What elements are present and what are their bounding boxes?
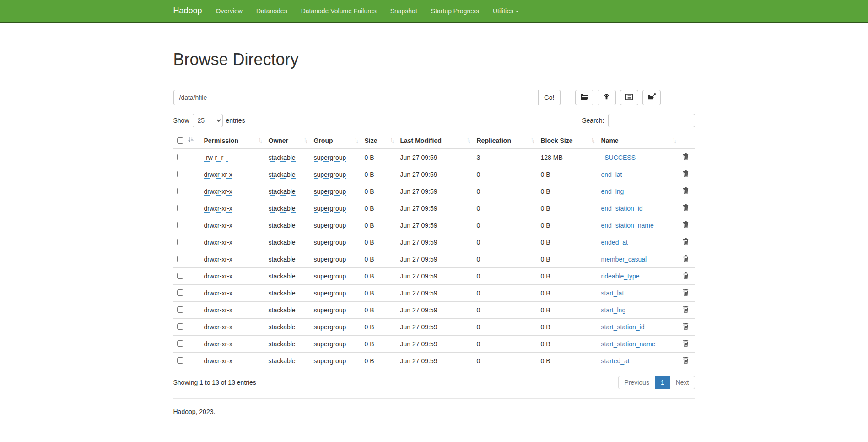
select-all-checkbox[interactable] — [177, 137, 183, 144]
page-size-select[interactable]: 25 — [193, 114, 223, 127]
pagination-page-1[interactable]: 1 — [655, 376, 670, 389]
permission-value[interactable]: drwxr-xr-x — [204, 306, 232, 314]
nav-item-utilities[interactable]: Utilities — [486, 0, 526, 22]
group-value[interactable]: supergroup — [314, 306, 346, 314]
list-view-button[interactable] — [620, 90, 638, 105]
row-checkbox[interactable] — [177, 256, 183, 262]
group-value[interactable]: supergroup — [314, 289, 346, 297]
nav-item-overview[interactable]: Overview — [209, 0, 249, 22]
row-checkbox[interactable] — [177, 306, 183, 313]
file-link[interactable]: end_station_name — [601, 222, 654, 229]
replication-value[interactable]: 0 — [477, 273, 480, 280]
file-link[interactable]: _SUCCESS — [601, 154, 636, 161]
replication-value[interactable]: 0 — [477, 256, 480, 263]
owner-value[interactable]: stackable — [269, 289, 296, 297]
group-value[interactable]: supergroup — [314, 154, 346, 162]
trash-icon[interactable] — [683, 357, 689, 365]
pagination-next[interactable]: Next — [670, 376, 695, 389]
group-value[interactable]: supergroup — [314, 171, 346, 179]
trash-icon[interactable] — [683, 255, 689, 263]
move-folder-button[interactable] — [642, 90, 661, 105]
row-checkbox[interactable] — [177, 289, 183, 296]
trash-icon[interactable] — [683, 289, 689, 297]
replication-value[interactable]: 0 — [477, 323, 480, 331]
permission-value[interactable]: drwxr-xr-x — [204, 289, 232, 297]
nav-item-snapshot[interactable]: Snapshot — [383, 0, 424, 22]
trash-icon[interactable] — [683, 238, 689, 246]
row-checkbox[interactable] — [177, 205, 183, 211]
file-link[interactable]: ended_at — [601, 239, 628, 246]
permission-value[interactable]: drwxr-xr-x — [204, 340, 232, 348]
group-value[interactable]: supergroup — [314, 340, 346, 348]
trash-icon[interactable] — [683, 170, 689, 179]
replication-value[interactable]: 0 — [477, 222, 480, 229]
header-owner[interactable]: Owner↑↓ — [265, 133, 310, 149]
row-checkbox[interactable] — [177, 188, 183, 194]
row-checkbox[interactable] — [177, 323, 183, 330]
row-checkbox[interactable] — [177, 340, 183, 347]
trash-icon[interactable] — [683, 323, 689, 331]
header-replication[interactable]: Replication↑↓ — [473, 133, 537, 149]
select-all-header[interactable] — [173, 133, 200, 149]
file-link[interactable]: start_lng — [601, 306, 626, 314]
owner-value[interactable]: stackable — [269, 239, 296, 246]
nav-link-utilities[interactable]: Utilities — [486, 0, 526, 22]
group-value[interactable]: supergroup — [314, 323, 346, 331]
nav-item-datanodes[interactable]: Datanodes — [249, 0, 294, 22]
page-1-button[interactable]: 1 — [655, 376, 670, 389]
row-checkbox[interactable] — [177, 239, 183, 245]
replication-value[interactable]: 0 — [477, 306, 480, 314]
group-value[interactable]: supergroup — [314, 222, 346, 229]
group-value[interactable]: supergroup — [314, 357, 346, 365]
trash-icon[interactable] — [683, 340, 689, 348]
trash-icon[interactable] — [683, 221, 689, 229]
replication-value[interactable]: 0 — [477, 171, 480, 179]
header-last-modified[interactable]: Last Modified↑↓ — [397, 133, 473, 149]
search-input[interactable] — [608, 114, 695, 127]
replication-value[interactable]: 0 — [477, 239, 480, 246]
owner-value[interactable]: stackable — [269, 306, 296, 314]
header-group[interactable]: Group↑↓ — [310, 133, 361, 149]
group-value[interactable]: supergroup — [314, 239, 346, 246]
trash-icon[interactable] — [683, 306, 689, 314]
owner-value[interactable]: stackable — [269, 154, 296, 162]
header-block-size[interactable]: Block Size↑↓ — [537, 133, 598, 149]
permission-value[interactable]: drwxr-xr-x — [204, 323, 232, 331]
next-button[interactable]: Next — [670, 376, 695, 389]
nav-link-datanodes[interactable]: Datanodes — [249, 0, 294, 22]
nav-link-snapshot[interactable]: Snapshot — [383, 0, 424, 22]
row-checkbox[interactable] — [177, 171, 183, 177]
owner-value[interactable]: stackable — [269, 357, 296, 365]
group-value[interactable]: supergroup — [314, 273, 346, 280]
nav-link-overview[interactable]: Overview — [209, 0, 249, 22]
file-link[interactable]: start_lat — [601, 289, 624, 297]
trash-icon[interactable] — [683, 272, 689, 280]
owner-value[interactable]: stackable — [269, 340, 296, 348]
permission-value[interactable]: drwxr-xr-x — [204, 222, 232, 229]
file-link[interactable]: end_lng — [601, 188, 624, 195]
owner-value[interactable]: stackable — [269, 188, 296, 196]
trash-icon[interactable] — [683, 153, 689, 162]
brand-hadoop[interactable]: Hadoop — [173, 6, 209, 16]
file-link[interactable]: rideable_type — [601, 273, 640, 280]
replication-value[interactable]: 0 — [477, 289, 480, 297]
row-checkbox[interactable] — [177, 222, 183, 228]
owner-value[interactable]: stackable — [269, 171, 296, 179]
go-button[interactable]: Go! — [539, 90, 561, 105]
header-name[interactable]: Name↑↓ — [598, 133, 679, 149]
header-size[interactable]: Size↑↓ — [361, 133, 397, 149]
trash-icon[interactable] — [683, 187, 689, 196]
permission-value[interactable]: drwxr-xr-x — [204, 205, 232, 213]
nav-item-datanode-volume-failures[interactable]: Datanode Volume Failures — [294, 0, 383, 22]
create-directory-button[interactable] — [575, 90, 593, 105]
owner-value[interactable]: stackable — [269, 323, 296, 331]
file-link[interactable]: end_lat — [601, 171, 622, 178]
nav-item-startup-progress[interactable]: Startup Progress — [424, 0, 486, 22]
previous-button[interactable]: Previous — [618, 376, 655, 389]
header-permission[interactable]: Permission↑↓ — [200, 133, 265, 149]
permission-value[interactable]: drwxr-xr-x — [204, 188, 232, 196]
owner-value[interactable]: stackable — [269, 222, 296, 229]
file-link[interactable]: start_station_id — [601, 323, 645, 331]
owner-value[interactable]: stackable — [269, 205, 296, 213]
permission-value[interactable]: drwxr-xr-x — [204, 256, 232, 263]
